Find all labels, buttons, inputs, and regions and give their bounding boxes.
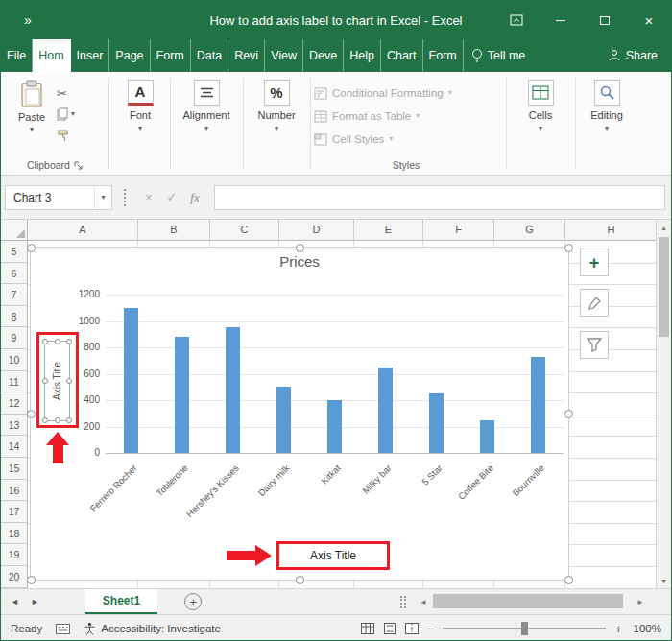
formula-bar-splitter[interactable] xyxy=(124,189,126,206)
scroll-up-arrow[interactable]: ▲ xyxy=(657,220,671,235)
zoom-slider-thumb[interactable] xyxy=(521,622,528,635)
column-header-C[interactable]: C xyxy=(210,220,279,241)
row-header-18[interactable]: 18 xyxy=(1,523,27,545)
selection-handle[interactable] xyxy=(27,576,36,584)
copy-button[interactable]: ▾ xyxy=(57,105,95,124)
dialog-launcher-icon[interactable] xyxy=(74,161,83,170)
chart-bar[interactable] xyxy=(124,308,138,453)
maximize-button[interactable] xyxy=(583,1,627,39)
zoom-in-button[interactable]: + xyxy=(614,622,622,636)
selection-handle[interactable] xyxy=(296,576,304,584)
selection-handle[interactable] xyxy=(42,378,48,384)
ribbon-tab-chart[interactable]: Chart xyxy=(381,39,423,72)
alignment-group-button[interactable]: Alignment ▾ xyxy=(172,80,241,164)
selection-handle[interactable] xyxy=(296,244,304,252)
close-button[interactable]: × xyxy=(627,1,671,39)
format-as-table-button[interactable]: Format as Table ▾ xyxy=(314,107,502,126)
sheet-nav-right-arrow[interactable]: ► xyxy=(25,589,45,614)
ribbon-tab-hom[interactable]: Hom xyxy=(33,39,70,72)
ribbon-display-options-button[interactable] xyxy=(494,1,539,39)
selection-handle[interactable] xyxy=(55,417,60,423)
chart-elements-button[interactable]: + xyxy=(580,249,609,276)
formula-input[interactable] xyxy=(214,185,665,210)
row-header-14[interactable]: 14 xyxy=(1,436,27,458)
column-header-D[interactable]: D xyxy=(279,220,354,241)
editing-group-button[interactable]: Editing ▾ xyxy=(579,80,635,164)
column-header-H[interactable]: H xyxy=(565,220,658,241)
chart-bar[interactable] xyxy=(327,400,342,453)
zoom-slider[interactable] xyxy=(443,628,606,629)
column-header-A[interactable]: A xyxy=(28,220,138,241)
quick-access-toolbar-icon[interactable]: » xyxy=(24,12,30,28)
scroll-down-arrow[interactable]: ▼ xyxy=(657,573,671,588)
selection-handle[interactable] xyxy=(55,339,60,344)
accessibility-status-button[interactable]: Accessibility: Investigate xyxy=(84,622,221,635)
chart-bar[interactable] xyxy=(378,368,393,453)
row-header-6[interactable]: 6 xyxy=(1,263,27,285)
insert-function-button[interactable]: fx xyxy=(183,190,206,205)
ribbon-tab-file[interactable]: File xyxy=(1,39,33,72)
horizontal-scroll-thumb[interactable] xyxy=(433,594,623,608)
vertical-axis-title[interactable]: Axis Title xyxy=(44,341,70,421)
vertical-scrollbar[interactable]: ▲ ▼ xyxy=(656,220,671,588)
ribbon-tab-data[interactable]: Data xyxy=(191,39,228,72)
selection-handle[interactable] xyxy=(66,378,72,384)
cells-group-button[interactable]: Cells ▾ xyxy=(510,80,571,164)
ribbon-tab-revi[interactable]: Revi xyxy=(228,39,265,72)
enter-button[interactable]: ✓ xyxy=(160,190,183,204)
macro-record-button[interactable] xyxy=(56,624,70,634)
vertical-scroll-thumb[interactable] xyxy=(659,237,669,337)
cancel-button[interactable]: × xyxy=(137,190,160,204)
selection-handle[interactable] xyxy=(564,576,573,584)
row-header-5[interactable]: 5 xyxy=(1,241,27,263)
ribbon-tab-view[interactable]: View xyxy=(265,39,303,72)
ribbon-tab-inser[interactable]: Inser xyxy=(71,39,110,72)
zoom-level[interactable]: 100% xyxy=(631,623,661,634)
new-sheet-button[interactable]: + xyxy=(184,593,202,610)
page-layout-view-button[interactable] xyxy=(383,623,396,634)
conditional-formatting-button[interactable]: Conditional Formatting ▾ xyxy=(314,83,502,103)
row-header-20[interactable]: 20 xyxy=(1,566,27,588)
select-all-corner[interactable] xyxy=(1,220,28,241)
ribbon-tab-help[interactable]: Help xyxy=(344,39,381,72)
sheet-tab-sheet1[interactable]: Sheet1 xyxy=(85,589,157,614)
row-header-19[interactable]: 19 xyxy=(1,544,27,566)
row-header-8[interactable]: 8 xyxy=(1,306,27,328)
selection-handle[interactable] xyxy=(42,417,48,423)
column-header-F[interactable]: F xyxy=(423,220,494,241)
column-header-E[interactable]: E xyxy=(354,220,423,241)
name-box[interactable]: Chart 3 ▾ xyxy=(5,185,112,210)
row-header-13[interactable]: 13 xyxy=(1,415,27,437)
row-header-15[interactable]: 15 xyxy=(1,458,27,480)
row-header-9[interactable]: 9 xyxy=(1,327,27,349)
number-group-button[interactable]: % Number ▾ xyxy=(245,80,308,164)
font-group-button[interactable]: A Font ▾ xyxy=(112,80,168,164)
selection-handle[interactable] xyxy=(42,339,48,344)
row-header-7[interactable]: 7 xyxy=(1,284,27,306)
normal-view-button[interactable] xyxy=(361,623,374,634)
chart-bar[interactable] xyxy=(226,327,240,453)
horizontal-axis-title[interactable]: Axis Title xyxy=(310,549,356,562)
column-header-G[interactable]: G xyxy=(494,220,565,241)
share-button[interactable]: Share xyxy=(594,39,671,72)
tell-me-button[interactable]: Tell me xyxy=(464,39,534,72)
row-header-12[interactable]: 12 xyxy=(1,392,27,415)
tab-scroll-splitter[interactable] xyxy=(400,596,406,608)
row-header-11[interactable]: 11 xyxy=(1,371,27,393)
format-painter-button[interactable] xyxy=(57,126,95,145)
selection-handle[interactable] xyxy=(27,410,36,418)
selection-handle[interactable] xyxy=(66,417,72,423)
name-box-dropdown-icon[interactable]: ▾ xyxy=(94,186,111,209)
selection-handle[interactable] xyxy=(564,244,573,252)
zoom-out-button[interactable]: − xyxy=(427,622,435,636)
ribbon-tab-form[interactable]: Form xyxy=(151,39,191,72)
minimize-button[interactable] xyxy=(539,1,583,39)
ribbon-tab-page[interactable]: Page xyxy=(109,39,150,72)
cell-styles-button[interactable]: Cell Styles ▾ xyxy=(314,130,502,149)
ribbon-tab-form[interactable]: Form xyxy=(423,39,464,72)
chart-bar[interactable] xyxy=(531,357,545,453)
chart-object[interactable]: Prices 020040060080010001200Ferrero Roch… xyxy=(30,247,569,581)
sheet-nav-left-arrow[interactable]: ◄ xyxy=(5,589,25,614)
hscroll-right-arrow[interactable]: ► xyxy=(633,589,648,614)
row-header-16[interactable]: 16 xyxy=(1,480,27,502)
